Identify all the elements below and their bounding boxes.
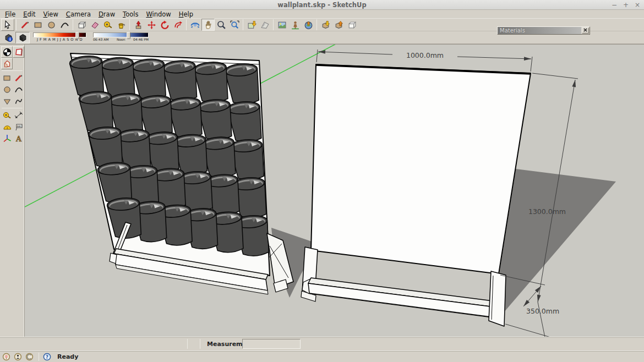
rectangle-tool-button[interactable] (1, 72, 13, 84)
orbit-icon (190, 20, 200, 30)
pan-button[interactable] (201, 19, 215, 31)
toggle-terrain-button[interactable] (258, 19, 271, 31)
dimension-label-height: 1300.0mm (528, 207, 566, 216)
arc-tool-button[interactable] (13, 84, 24, 95)
rectangle-button[interactable] (31, 19, 45, 31)
select-button[interactable] (1, 19, 14, 31)
menu-window[interactable]: Window (142, 10, 174, 18)
preview-google-earth-button[interactable] (302, 19, 315, 31)
orbit-button[interactable] (188, 19, 201, 31)
measurements-input[interactable] (242, 339, 301, 349)
divider (187, 339, 188, 349)
dimension-label-depth: 350.0mm (526, 307, 559, 315)
dimension-tool-button[interactable] (13, 109, 24, 121)
shadow-time-groove[interactable] (93, 32, 149, 37)
axes-tool-button[interactable] (1, 133, 13, 144)
rotate-button[interactable] (158, 19, 171, 31)
close-button[interactable]: × (634, 1, 641, 9)
menu-view[interactable]: View (40, 10, 62, 18)
menu-edit[interactable]: Edit (19, 10, 39, 18)
toolbar-separator (273, 19, 274, 30)
shadow-settings-icon (4, 33, 13, 42)
toolbar-separator (16, 19, 17, 30)
photo-textures-button[interactable] (275, 19, 288, 31)
paint-bucket-button[interactable] (114, 19, 128, 31)
circle-icon (3, 85, 12, 94)
menu-tools[interactable]: Tools (119, 10, 142, 18)
polygon-icon (3, 97, 12, 106)
tape-measure-tool-button[interactable] (1, 109, 13, 121)
titlebar[interactable]: wallplant.skp - SketchUp − + × (0, 0, 644, 10)
push-pull-button[interactable] (132, 19, 145, 31)
zoom-extents-icon (230, 20, 239, 30)
measurements-bar: Measurements (0, 337, 644, 350)
toggle-shadows-icon (18, 33, 28, 42)
status-ring-icon[interactable] (25, 352, 34, 361)
freehand-icon (14, 97, 23, 106)
menu-file[interactable]: File (1, 10, 19, 18)
toggle-shadows-button[interactable] (15, 32, 30, 43)
materials-panel-title[interactable]: Materials (498, 27, 581, 34)
eraser-button[interactable] (88, 19, 101, 31)
3d-text-tool-button[interactable]: A (13, 133, 24, 144)
text-tool-button[interactable]: ABC (13, 121, 24, 133)
arc-button[interactable] (58, 19, 71, 31)
circle-button[interactable] (45, 19, 58, 31)
status-bar: ? Ready (0, 350, 644, 362)
polygon-tool-button[interactable] (1, 95, 13, 107)
make-component-button[interactable] (75, 19, 88, 31)
svg-text:G: G (6, 50, 8, 52)
toolbar-separator (186, 19, 187, 30)
freehand-tool-button[interactable] (13, 95, 24, 107)
shadow-time-slider[interactable]: 06:43 AM Noon 04:46 PM (93, 32, 149, 41)
photo-textures-icon (277, 20, 287, 30)
menu-draw[interactable]: Draw (95, 10, 119, 18)
shadow-settings-button[interactable] (1, 32, 15, 43)
line-button[interactable] (18, 19, 31, 31)
share-model-button[interactable] (332, 19, 345, 31)
protractor-icon (3, 123, 12, 131)
shadow-time-thumb[interactable] (127, 32, 130, 39)
status-person-icon[interactable] (13, 352, 23, 361)
paint-bucket-icon (117, 20, 126, 30)
maximize-button[interactable]: + (623, 1, 629, 9)
materials-close-button[interactable] (582, 28, 589, 34)
tape-measure-button[interactable] (101, 19, 114, 31)
model-viewport[interactable]: 1000.0mm1300.0mm350.0mm (25, 45, 644, 337)
line-tool-button[interactable] (13, 72, 24, 84)
offset-button[interactable] (171, 19, 184, 31)
line-icon (14, 74, 23, 83)
menu-camera[interactable]: Camera (62, 10, 95, 18)
zoom-extents-button[interactable] (228, 19, 241, 31)
pan-icon (204, 20, 213, 30)
plugin-compass-tool-button[interactable]: GS (1, 46, 13, 58)
get-models-icon (321, 20, 330, 30)
time-label-noon: Noon (117, 37, 125, 41)
plugin-house-tool-button[interactable] (1, 58, 13, 69)
match-photo-button[interactable] (288, 19, 302, 31)
circle-tool-button[interactable] (1, 84, 13, 95)
protractor-tool-button[interactable] (1, 121, 13, 133)
shadow-date-thumb[interactable] (75, 32, 79, 39)
toolbar-separator (73, 19, 73, 30)
minimize-button[interactable]: − (611, 1, 618, 9)
help-icon[interactable]: ? (42, 352, 52, 361)
status-pin-icon[interactable] (2, 352, 11, 361)
text-icon: ABC (14, 123, 23, 131)
materials-panel[interactable]: Materials (497, 26, 590, 35)
toolbar-separator (129, 19, 130, 30)
drawing-canvas[interactable]: 1000.0mm1300.0mm350.0mm (25, 45, 644, 337)
circle-icon (47, 20, 56, 30)
add-location-button[interactable] (245, 19, 258, 31)
get-models-button[interactable] (319, 19, 332, 31)
move-button[interactable] (145, 19, 158, 31)
shadow-date-slider[interactable]: J F M A M J J A S O N D (33, 32, 86, 42)
zoom-button[interactable] (215, 19, 228, 31)
eraser-icon (90, 20, 100, 30)
toolbar-separator (316, 19, 317, 30)
plugin-board-tool-button[interactable] (13, 46, 24, 58)
plugin-house-icon (3, 59, 12, 68)
components-button[interactable] (345, 19, 358, 31)
tool-palette: GSABCA (0, 45, 25, 337)
menu-help[interactable]: Help (175, 10, 197, 18)
